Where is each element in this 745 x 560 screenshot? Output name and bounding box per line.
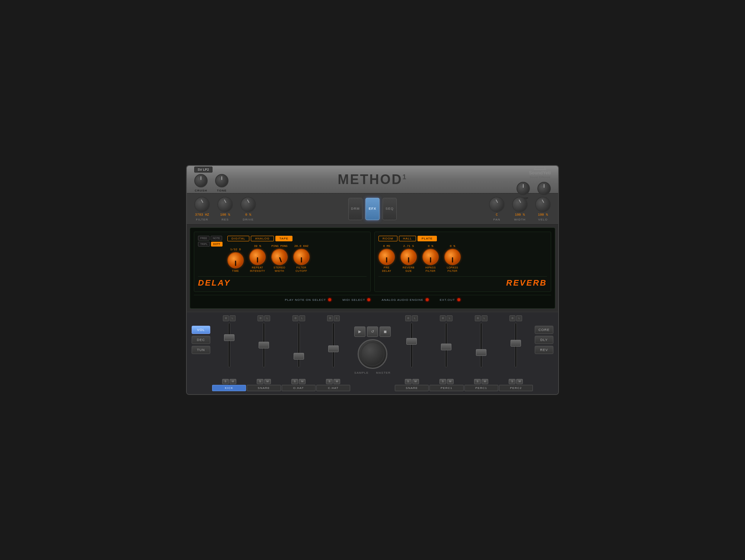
snare-right-badge[interactable]: SNARE: [395, 385, 429, 391]
perc2-fader-track[interactable]: [515, 323, 517, 367]
tun-button[interactable]: TUN: [192, 346, 210, 354]
perc1b-fader-thumb[interactable]: [476, 349, 486, 356]
perc1a-icon-btn-1[interactable]: ⚙: [440, 315, 446, 321]
filter-knob[interactable]: [194, 197, 210, 212]
delay-time-knob[interactable]: [227, 252, 244, 268]
stop-button[interactable]: ◼: [380, 326, 391, 337]
perc2-fader-thumb[interactable]: [511, 340, 521, 347]
loop-button[interactable]: ↺: [367, 326, 378, 337]
delay-type-digital[interactable]: DIGITAL: [227, 236, 250, 241]
play-note-led[interactable]: [328, 298, 331, 301]
perc1b-m-btn[interactable]: M: [482, 379, 488, 384]
ext-out-led[interactable]: [457, 298, 460, 301]
filter-preset-label[interactable]: SV LP2: [194, 167, 212, 173]
tone-knob[interactable]: [215, 174, 228, 187]
perc1a-fader-thumb[interactable]: [441, 344, 451, 350]
chat-fader-thumb[interactable]: [328, 345, 339, 352]
delay-mode-free[interactable]: FREE: [198, 236, 210, 241]
perc1a-fader-track[interactable]: [445, 323, 447, 367]
drive-knob[interactable]: [240, 197, 256, 212]
ohat-icon-btn-2[interactable]: L: [299, 315, 305, 321]
snare-right-m-btn[interactable]: M: [412, 379, 419, 384]
kick-badge[interactable]: KICK: [212, 385, 246, 391]
mix-knob[interactable]: [537, 182, 551, 195]
perc1b-fader-track[interactable]: [480, 323, 482, 367]
chat-icon-btn-1[interactable]: ⚙: [327, 315, 333, 321]
chat-fader-track[interactable]: [332, 323, 335, 367]
kick-fader-track[interactable]: [228, 323, 230, 367]
core-button[interactable]: CORE: [535, 326, 553, 334]
dec-button[interactable]: DEC: [192, 336, 210, 344]
snare-left-icon-btn-2[interactable]: L: [264, 315, 270, 321]
reverb-type-room[interactable]: ROOM: [378, 236, 397, 241]
perc2-m-btn[interactable]: M: [516, 379, 523, 384]
midi-select-led[interactable]: [367, 298, 370, 301]
snare-left-icon-btn-1[interactable]: ⚙: [258, 315, 263, 321]
perc1b-s-btn[interactable]: S: [474, 379, 481, 384]
rev-button[interactable]: REV: [535, 346, 553, 354]
vol-button[interactable]: VOL: [192, 326, 210, 334]
kick-icon-btn-2[interactable]: L: [230, 315, 236, 321]
reverb-size-knob[interactable]: [400, 249, 417, 265]
snare-left-s-btn[interactable]: S: [257, 379, 263, 384]
play-button[interactable]: ▶: [354, 326, 365, 337]
delay-stereo-knob[interactable]: [269, 247, 290, 267]
velo-knob[interactable]: [535, 197, 551, 212]
res-knob[interactable]: [217, 197, 233, 212]
crush-knob[interactable]: [194, 174, 208, 187]
delay-type-tape[interactable]: TAPE: [275, 236, 292, 241]
chat-badge[interactable]: C.HAT: [316, 385, 350, 391]
chat-m-btn[interactable]: M: [333, 379, 340, 384]
tab-efx[interactable]: EFX: [365, 198, 380, 220]
tab-drm[interactable]: DRM: [348, 198, 362, 220]
comp-knob[interactable]: [517, 182, 530, 195]
kick-fader-thumb[interactable]: [224, 334, 234, 341]
reverb-lopass-knob[interactable]: [444, 249, 461, 265]
ohat-fader-thumb[interactable]: [294, 353, 304, 360]
delay-mode-dott[interactable]: DOTT: [211, 242, 223, 247]
kick-s-btn[interactable]: S: [222, 379, 229, 384]
snare-left-fader-thumb[interactable]: [259, 342, 269, 348]
delay-type-analog[interactable]: ANALOG: [251, 236, 274, 241]
kick-m-btn[interactable]: M: [230, 379, 236, 384]
perc2-icon-btn-2[interactable]: L: [516, 315, 522, 321]
perc2-icon-btn-1[interactable]: ⚙: [509, 315, 515, 321]
width-knob[interactable]: [512, 197, 528, 212]
perc1b-icon-btn-1[interactable]: ⚙: [475, 315, 481, 321]
ohat-badge[interactable]: O.HAT: [282, 385, 316, 391]
delay-filter-knob[interactable]: [293, 249, 310, 265]
snare-left-badge[interactable]: SNARE: [247, 385, 281, 391]
perc1a-s-btn[interactable]: S: [439, 379, 446, 384]
reverb-hipass-knob[interactable]: [422, 249, 439, 265]
delay-mode-note[interactable]: NOTE: [211, 236, 222, 241]
reverb-type-plate[interactable]: PLATE: [418, 236, 437, 241]
reverb-type-hall[interactable]: HALL: [399, 236, 416, 241]
snare-left-m-btn[interactable]: M: [264, 379, 271, 384]
snare-right-icon-btn-1[interactable]: ⚙: [405, 315, 411, 321]
delay-mode-tripl[interactable]: TRIPL: [198, 242, 210, 247]
perc1a-badge[interactable]: PERC1: [429, 385, 463, 391]
perc1a-icon-btn-2[interactable]: L: [447, 315, 453, 321]
snare-right-fader-thumb[interactable]: [406, 338, 417, 345]
perc2-s-btn[interactable]: S: [509, 379, 515, 384]
perc1a-m-btn[interactable]: M: [447, 379, 454, 384]
dly-button[interactable]: DLY: [535, 336, 553, 344]
snare-left-fader-track[interactable]: [263, 323, 265, 367]
delay-repeat-knob[interactable]: [249, 249, 266, 265]
ohat-s-btn[interactable]: S: [291, 379, 298, 384]
ohat-m-btn[interactable]: M: [299, 379, 306, 384]
chat-s-btn[interactable]: S: [326, 379, 333, 384]
kick-icon-btn-1[interactable]: ⚙: [223, 315, 229, 321]
perc1b-badge[interactable]: PERC1: [464, 385, 498, 391]
chat-icon-btn-2[interactable]: L: [334, 315, 340, 321]
perc2-badge[interactable]: PERC2: [499, 385, 533, 391]
perc1b-icon-btn-2[interactable]: L: [482, 315, 487, 321]
reverb-predelay-knob[interactable]: [378, 249, 395, 265]
analog-engine-led[interactable]: [426, 298, 429, 301]
pan-knob[interactable]: [489, 197, 505, 212]
tab-seq[interactable]: SEQ: [383, 198, 397, 220]
master-knob[interactable]: [358, 339, 387, 369]
ohat-fader-track[interactable]: [298, 323, 300, 367]
snare-right-fader-track[interactable]: [410, 323, 413, 367]
snare-right-icon-btn-2[interactable]: L: [412, 315, 418, 321]
